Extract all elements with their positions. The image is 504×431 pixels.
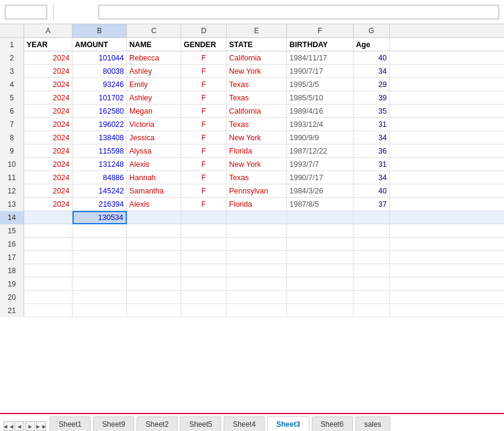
- cell-state[interactable]: [227, 238, 287, 251]
- cell-age[interactable]: 29: [354, 78, 390, 91]
- cell-age[interactable]: [354, 224, 390, 238]
- cell-gender[interactable]: [181, 224, 227, 238]
- table-row[interactable]: 102024131248AlexisFNew York1993/7/731: [0, 158, 504, 171]
- cell-amount[interactable]: 101702: [73, 91, 127, 105]
- col-header-C[interactable]: C: [127, 24, 181, 37]
- cell-name[interactable]: Victoria: [127, 118, 181, 131]
- cell-gender[interactable]: F: [181, 51, 227, 65]
- cell-birthday[interactable]: [287, 238, 354, 251]
- cell-amount[interactable]: 130534: [73, 211, 127, 224]
- cell-age[interactable]: 35: [354, 105, 390, 118]
- cell-state[interactable]: [227, 277, 287, 291]
- cell-age[interactable]: [354, 291, 390, 304]
- cell-state[interactable]: [227, 251, 287, 264]
- cell-year[interactable]: 2024: [24, 158, 73, 171]
- cancel-icon[interactable]: [60, 5, 73, 19]
- cell-birthday[interactable]: [287, 304, 354, 317]
- cell-birthday[interactable]: [287, 251, 354, 264]
- cell-amount[interactable]: [73, 238, 127, 251]
- sheet-tab-sales[interactable]: sales: [355, 416, 390, 431]
- cell-year[interactable]: 2024: [24, 51, 73, 65]
- cell-year[interactable]: [24, 277, 73, 291]
- cell-birthday[interactable]: [287, 224, 354, 238]
- cell-year[interactable]: [24, 251, 73, 264]
- cell-name[interactable]: [127, 224, 181, 238]
- cell-year[interactable]: [24, 211, 73, 224]
- cell-year[interactable]: [24, 304, 73, 317]
- cell-amount[interactable]: [73, 251, 127, 264]
- header-name[interactable]: NAME: [127, 38, 181, 51]
- sheet-tab-sheet6[interactable]: Sheet6: [312, 416, 353, 431]
- cell-state[interactable]: Florida: [227, 198, 287, 211]
- table-row[interactable]: 21: [0, 304, 504, 317]
- cell-name[interactable]: [127, 291, 181, 304]
- cell-age[interactable]: [354, 264, 390, 277]
- cell-gender[interactable]: [181, 291, 227, 304]
- cell-age[interactable]: 37: [354, 198, 390, 211]
- cell-year[interactable]: 2024: [24, 184, 73, 198]
- cell-reference-box[interactable]: [5, 5, 47, 19]
- cell-name[interactable]: Rebecca: [127, 51, 181, 65]
- cell-amount[interactable]: 145242: [73, 184, 127, 198]
- cell-state[interactable]: [227, 291, 287, 304]
- table-row[interactable]: 52024101702AshleyFTexas1985/5/1039: [0, 91, 504, 105]
- cell-name[interactable]: Alyssa: [127, 144, 181, 158]
- table-row[interactable]: 22024101044RebeccaFCalifornia1984/11/174…: [0, 51, 504, 65]
- header-amount[interactable]: AMOUNT: [73, 38, 127, 51]
- cell-gender[interactable]: [181, 211, 227, 224]
- cell-birthday[interactable]: [287, 211, 354, 224]
- cell-amount[interactable]: 131248: [73, 158, 127, 171]
- cell-year[interactable]: 2024: [24, 131, 73, 144]
- cell-state[interactable]: [227, 264, 287, 277]
- cell-name[interactable]: Jessica: [127, 131, 181, 144]
- tab-nav-first[interactable]: ◄◄: [4, 421, 13, 431]
- cell-birthday[interactable]: [287, 291, 354, 304]
- cell-gender[interactable]: F: [181, 105, 227, 118]
- cell-age[interactable]: [354, 304, 390, 317]
- cell-state[interactable]: Pennsylvan: [227, 184, 287, 198]
- cell-age[interactable]: [354, 238, 390, 251]
- cell-gender[interactable]: [181, 264, 227, 277]
- header-age[interactable]: Age: [354, 38, 390, 51]
- cell-amount[interactable]: [73, 224, 127, 238]
- table-row[interactable]: 16: [0, 238, 504, 251]
- sheet-tab-sheet5[interactable]: Sheet5: [180, 416, 221, 431]
- sheet-tab-sheet9[interactable]: Sheet9: [93, 416, 134, 431]
- cell-age[interactable]: 34: [354, 65, 390, 78]
- cell-amount[interactable]: 162580: [73, 105, 127, 118]
- cell-amount[interactable]: 93246: [73, 78, 127, 91]
- cell-gender[interactable]: F: [181, 158, 227, 171]
- cell-age[interactable]: [354, 211, 390, 224]
- cell-name[interactable]: Megan: [127, 105, 181, 118]
- tab-nav-prev[interactable]: ◄: [15, 421, 24, 431]
- cell-amount[interactable]: 115598: [73, 144, 127, 158]
- cell-state[interactable]: New York: [227, 158, 287, 171]
- table-row[interactable]: 72024196022VictoriaFTexas1993/12/431: [0, 118, 504, 131]
- header-state[interactable]: STATE: [227, 38, 287, 51]
- cell-year[interactable]: 2024: [24, 198, 73, 211]
- cell-year[interactable]: 2024: [24, 78, 73, 91]
- cell-name[interactable]: Ashley: [127, 65, 181, 78]
- cell-birthday[interactable]: 1993/12/4: [287, 118, 354, 131]
- cell-name[interactable]: Samantha: [127, 184, 181, 198]
- header-gender[interactable]: GENDER: [181, 38, 227, 51]
- cell-name[interactable]: [127, 277, 181, 291]
- cell-year[interactable]: [24, 291, 73, 304]
- cell-amount[interactable]: 80038: [73, 65, 127, 78]
- table-row[interactable]: 17: [0, 251, 504, 264]
- cell-state[interactable]: Florida: [227, 144, 287, 158]
- cell-year[interactable]: [24, 224, 73, 238]
- col-header-G[interactable]: G: [354, 24, 390, 37]
- cell-birthday[interactable]: 1987/12/22: [287, 144, 354, 158]
- cell-gender[interactable]: [181, 304, 227, 317]
- cell-state[interactable]: New York: [227, 65, 287, 78]
- table-row[interactable]: 3202480038AshleyFNew York1990/7/1734: [0, 65, 504, 78]
- cell-gender[interactable]: [181, 277, 227, 291]
- table-row[interactable]: 62024162580MeganFCalifornia1989/4/1635: [0, 105, 504, 118]
- col-header-F[interactable]: F: [287, 24, 354, 37]
- cell-name[interactable]: [127, 211, 181, 224]
- cell-birthday[interactable]: 1995/3/5: [287, 78, 354, 91]
- cell-amount[interactable]: 138408: [73, 131, 127, 144]
- cell-gender[interactable]: F: [181, 91, 227, 105]
- cell-age[interactable]: 34: [354, 131, 390, 144]
